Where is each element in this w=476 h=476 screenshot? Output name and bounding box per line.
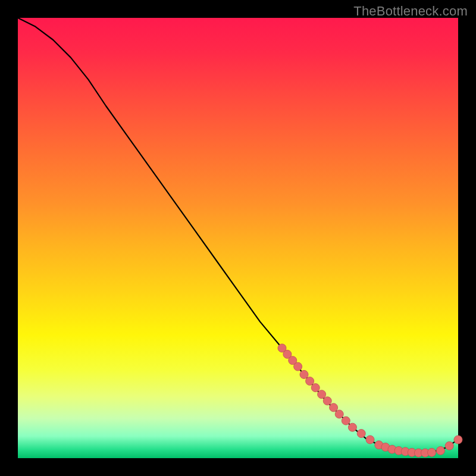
data-point [318, 390, 326, 399]
data-point [342, 416, 350, 425]
data-point [330, 403, 338, 412]
highlighted-points-group [278, 344, 462, 457]
data-point [445, 441, 453, 450]
chart-stage: TheBottleneck.com [0, 0, 476, 476]
data-point [366, 436, 374, 444]
data-point [436, 446, 444, 455]
chart-svg-layer [18, 18, 458, 458]
data-point [294, 362, 302, 371]
bottleneck-curve-line [18, 18, 458, 453]
data-point [300, 370, 308, 378]
data-point [357, 430, 365, 438]
data-point [323, 397, 331, 405]
plot-area [18, 18, 458, 458]
data-point [335, 410, 343, 418]
data-point [454, 436, 462, 444]
data-point [306, 377, 314, 385]
data-point [428, 448, 436, 456]
data-point [348, 423, 356, 431]
data-point [311, 384, 320, 392]
watermark-text: TheBottleneck.com [353, 4, 468, 19]
